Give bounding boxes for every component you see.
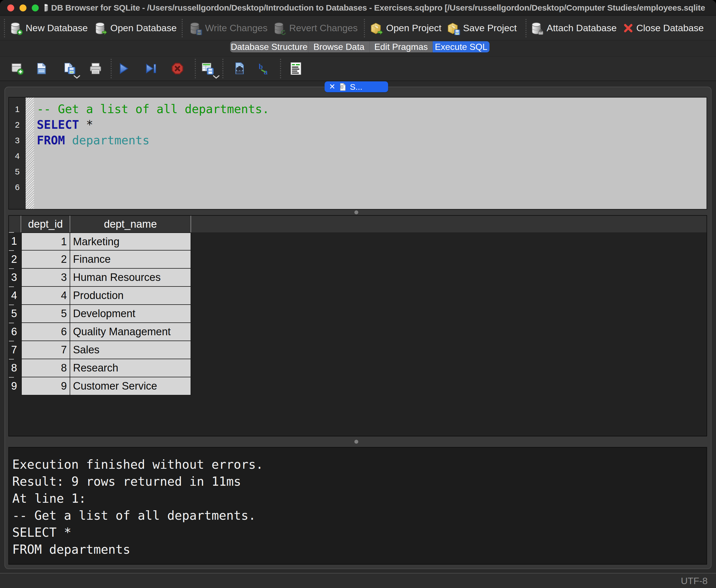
cell-dept-id[interactable]: 2 [21,251,70,269]
cell-dept-id[interactable]: 8 [21,359,70,377]
tab-close-icon[interactable]: ✕ [329,83,335,90]
table-row[interactable]: 44Production [9,287,707,305]
cell-dept-name[interactable]: Sales [70,341,191,359]
editor-code[interactable]: -- Get a list of all departments.SELECT … [34,98,707,209]
save-project-button[interactable]: Save Project [448,16,517,40]
search-document-icon[interactable] [233,62,246,76]
new-tab-icon[interactable] [10,62,24,76]
button-label: Save Project [463,23,517,34]
results-header-filler [191,216,213,232]
write-changes-button[interactable]: Write Changes [190,16,267,40]
database-open-icon [95,21,107,35]
line-number: 4 [9,148,26,164]
table-row[interactable]: 88Research [9,359,707,377]
results-body: 11Marketing22Finance33Human Resources44P… [9,232,707,395]
main-toolbar: New Database Open Database Write Changes… [0,16,716,40]
tab-browse-data[interactable]: Browse Data [308,41,370,52]
close-database-button[interactable]: Close Database [624,16,704,40]
row-number: 9 [9,377,21,395]
encoding-label: UTF-8 [681,575,708,586]
attach-database-button[interactable]: Attach Database [531,16,616,40]
letters-ba-icon[interactable]: ba [258,62,272,76]
svg-text:b: b [259,62,263,71]
editor-fold-margin [26,98,34,209]
open-sql-file-icon[interactable] [35,62,49,76]
column-header-dept-name[interactable]: dept_name [70,216,191,232]
tab-edit-pragmas[interactable]: Edit Pragmas [370,41,433,52]
cell-dept-name[interactable]: Customer Service [70,377,191,395]
cell-dept-id[interactable]: 6 [21,323,70,341]
line-number: 5 [9,164,26,180]
log-output: Execution finished without errors. Resul… [9,447,707,558]
cell-dept-id[interactable]: 1 [21,232,70,251]
cell-dept-id[interactable]: 5 [21,305,70,323]
toolbar-drag-handle [4,19,5,37]
log-icon[interactable] [289,62,303,76]
cell-dept-id[interactable]: 4 [21,287,70,305]
cell-dept-name[interactable]: Finance [70,251,191,269]
sql-editor[interactable]: 123456 -- Get a list of all departments.… [8,97,707,210]
results-grid: dept_id dept_name 11Marketing22Finance33… [8,215,707,436]
project-open-icon [371,21,383,35]
line-number: 1 [9,101,26,117]
view-tab-row: Database Structure Browse Data Edit Prag… [0,40,716,57]
cell-dept-name[interactable]: Production [70,287,191,305]
table-row[interactable]: 99Customer Service [9,377,707,395]
button-label: Open Database [110,23,177,34]
code-line[interactable]: SELECT * [37,117,707,133]
results-header-row: dept_id dept_name [9,216,707,232]
table-row[interactable]: 11Marketing [9,232,707,251]
toolbar-separator [364,19,365,37]
row-number: 8 [9,359,21,377]
save-sql-file-icon[interactable] [63,62,77,76]
status-bar: UTF-8 [0,573,716,588]
minimize-window-button[interactable] [20,4,26,12]
open-database-button[interactable]: Open Database [95,16,177,40]
cell-dept-id[interactable]: 3 [21,269,70,287]
tab-execute-sql[interactable]: Execute SQL [433,41,490,52]
toolbar-separator [525,19,526,37]
code-line[interactable]: -- Get a list of all departments. [37,101,707,117]
save-sql-dropdown-chevron-icon[interactable] [73,75,81,79]
stop-icon[interactable] [171,62,185,76]
toolbar-separator [222,59,223,78]
table-row[interactable]: 77Sales [9,341,707,359]
row-number: 3 [9,269,21,287]
revert-changes-button[interactable]: Revert Changes [274,16,358,40]
table-row[interactable]: 33Human Resources [9,269,707,287]
cell-dept-name[interactable]: Research [70,359,191,377]
code-line[interactable]: FROM departments [37,133,707,148]
cell-dept-id[interactable]: 7 [21,341,70,359]
toolbar-separator [111,59,112,78]
execution-log-panel: Execution finished without errors. Resul… [8,447,707,565]
button-label: New Database [26,23,88,34]
row-number: 5 [9,305,21,323]
close-window-button[interactable] [7,4,14,12]
table-row[interactable]: 22Finance [9,251,707,269]
editor-gutter: 123456 [9,98,26,209]
cell-dept-name[interactable]: Development [70,305,191,323]
open-project-button[interactable]: Open Project [371,16,441,40]
execute-all-icon[interactable] [116,62,130,76]
cell-dept-name[interactable]: Quality Management [70,323,191,341]
cell-dept-name[interactable]: Human Resources [70,269,191,287]
print-icon[interactable] [89,62,103,76]
save-results-dropdown-chevron-icon[interactable] [212,75,220,79]
row-number: 6 [9,323,21,341]
sql-document-tab[interactable]: ✕ S... [325,81,388,92]
zoom-window-button[interactable] [32,4,39,12]
results-log-splitter[interactable] [354,440,358,444]
title-bar: DB Browser for SQLite - /Users/russellgo… [0,0,716,16]
editor-results-splitter[interactable] [354,210,358,214]
cell-dept-id[interactable]: 9 [21,377,70,395]
project-save-icon [448,21,460,35]
tab-database-structure[interactable]: Database Structure [230,41,308,52]
cell-dept-name[interactable]: Marketing [70,232,191,251]
save-results-icon[interactable] [201,62,215,76]
column-header-dept-id[interactable]: dept_id [21,216,70,232]
execute-current-line-icon[interactable] [144,62,158,76]
table-row[interactable]: 66Quality Management [9,323,707,341]
table-row[interactable]: 55Development [9,305,707,323]
line-number: 2 [9,117,26,133]
new-database-button[interactable]: New Database [10,16,88,40]
